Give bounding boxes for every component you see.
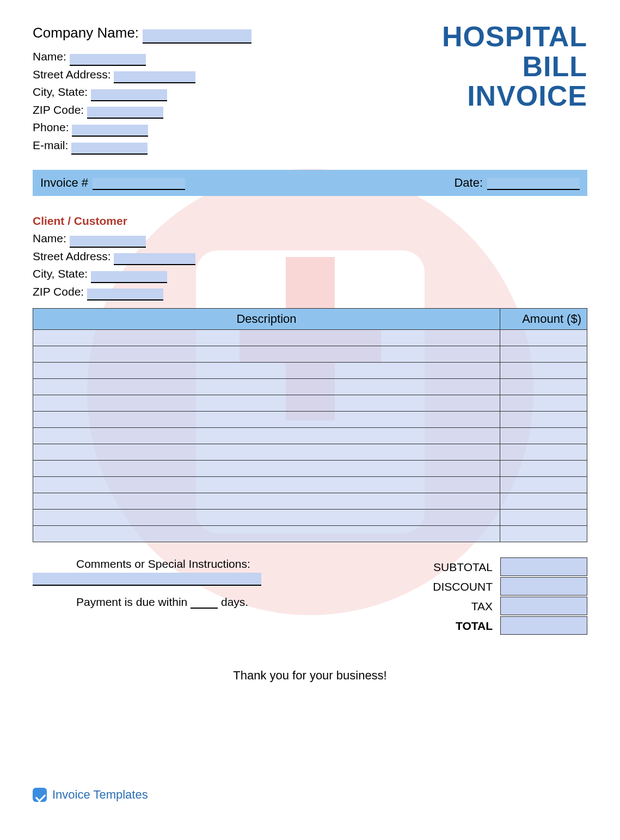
client-street-label: Street Address: <box>33 250 111 262</box>
table-row <box>33 493 587 510</box>
total-label: TOTAL <box>433 616 493 636</box>
table-row <box>33 363 587 379</box>
cell-amount[interactable] <box>500 395 587 412</box>
document-title: HOSPITAL BILL INVOICE <box>442 22 587 155</box>
cell-description[interactable] <box>33 477 500 493</box>
cell-amount[interactable] <box>500 428 587 444</box>
table-row <box>33 526 587 542</box>
table-row <box>33 461 587 477</box>
payment-prefix: Payment is due within <box>76 596 187 608</box>
totals-block: SUBTOTAL DISCOUNT TAX TOTAL <box>433 557 587 636</box>
cell-amount[interactable] <box>500 363 587 379</box>
client-name-label: Name: <box>33 232 66 244</box>
table-row <box>33 330 587 346</box>
payment-days-field[interactable] <box>191 598 218 609</box>
client-zip-label: ZIP Code: <box>33 285 84 298</box>
line-items-table: Description Amount ($) <box>33 308 587 542</box>
subtotal-label: SUBTOTAL <box>433 557 493 577</box>
cell-amount[interactable] <box>500 379 587 395</box>
company-block: Company Name: Name: Street Address: City… <box>33 22 251 155</box>
company-name-field[interactable] <box>143 29 251 44</box>
thank-you-text: Thank you for your business! <box>33 669 587 683</box>
date-field[interactable] <box>487 178 580 190</box>
title-line-2: BILL <box>442 52 587 82</box>
payment-suffix: days. <box>221 596 248 608</box>
cell-description[interactable] <box>33 461 500 477</box>
tax-field[interactable] <box>500 597 587 615</box>
cell-amount[interactable] <box>500 412 587 428</box>
cell-description[interactable] <box>33 493 500 510</box>
street-field[interactable] <box>114 71 195 83</box>
name-label: Name: <box>33 50 66 63</box>
cell-description[interactable] <box>33 526 500 542</box>
brand-logo-icon <box>33 788 47 802</box>
col-amount: Amount ($) <box>500 309 587 330</box>
table-row <box>33 477 587 493</box>
comments-field[interactable] <box>33 573 261 586</box>
discount-field[interactable] <box>500 577 587 596</box>
table-row <box>33 395 587 412</box>
col-description: Description <box>33 309 500 330</box>
subtotal-field[interactable] <box>500 557 587 576</box>
company-name-label: Company Name: <box>33 24 139 41</box>
cell-amount[interactable] <box>500 444 587 461</box>
city-state-label: City, State: <box>33 85 88 98</box>
client-heading: Client / Customer <box>33 212 587 230</box>
invoice-number-field[interactable] <box>93 178 185 190</box>
invoice-bar: Invoice # Date: <box>33 170 587 196</box>
cell-amount[interactable] <box>500 330 587 346</box>
footer-brand: Invoice Templates <box>33 788 148 802</box>
cell-description[interactable] <box>33 428 500 444</box>
comments-label: Comments or Special Instructions: <box>33 557 316 571</box>
cell-description[interactable] <box>33 395 500 412</box>
street-label: Street Address: <box>33 68 111 81</box>
zip-label: ZIP Code: <box>33 103 84 116</box>
client-city-state-field[interactable] <box>91 271 167 283</box>
table-row <box>33 444 587 461</box>
cell-amount[interactable] <box>500 346 587 363</box>
table-row <box>33 346 587 363</box>
zip-field[interactable] <box>87 107 163 119</box>
city-state-field[interactable] <box>91 89 167 101</box>
title-line-3: INVOICE <box>442 81 587 111</box>
cell-description[interactable] <box>33 412 500 428</box>
cell-description[interactable] <box>33 330 500 346</box>
discount-label: DISCOUNT <box>433 577 493 597</box>
client-city-state-label: City, State: <box>33 267 88 280</box>
cell-description[interactable] <box>33 379 500 395</box>
client-block: Client / Customer Name: Street Address: … <box>33 212 587 301</box>
cell-amount[interactable] <box>500 526 587 542</box>
name-field[interactable] <box>70 54 146 66</box>
phone-label: Phone: <box>33 121 69 133</box>
cell-description[interactable] <box>33 510 500 526</box>
brand-text: Invoice Templates <box>52 788 148 802</box>
table-row <box>33 428 587 444</box>
phone-field[interactable] <box>72 125 148 137</box>
cell-description[interactable] <box>33 346 500 363</box>
cell-amount[interactable] <box>500 461 587 477</box>
title-line-1: HOSPITAL <box>442 22 587 52</box>
client-street-field[interactable] <box>114 253 195 265</box>
cell-description[interactable] <box>33 444 500 461</box>
total-field[interactable] <box>500 616 587 635</box>
table-row <box>33 510 587 526</box>
tax-label: TAX <box>433 597 493 616</box>
table-row <box>33 379 587 395</box>
comments-block: Comments or Special Instructions: Paymen… <box>33 557 316 609</box>
email-label: E-mail: <box>33 139 68 151</box>
cell-amount[interactable] <box>500 477 587 493</box>
cell-description[interactable] <box>33 363 500 379</box>
cell-amount[interactable] <box>500 493 587 510</box>
email-field[interactable] <box>71 143 148 155</box>
invoice-number-label: Invoice # <box>40 176 88 190</box>
date-label: Date: <box>454 176 483 190</box>
table-row <box>33 412 587 428</box>
client-name-field[interactable] <box>70 236 146 248</box>
cell-amount[interactable] <box>500 510 587 526</box>
client-zip-field[interactable] <box>87 289 163 301</box>
